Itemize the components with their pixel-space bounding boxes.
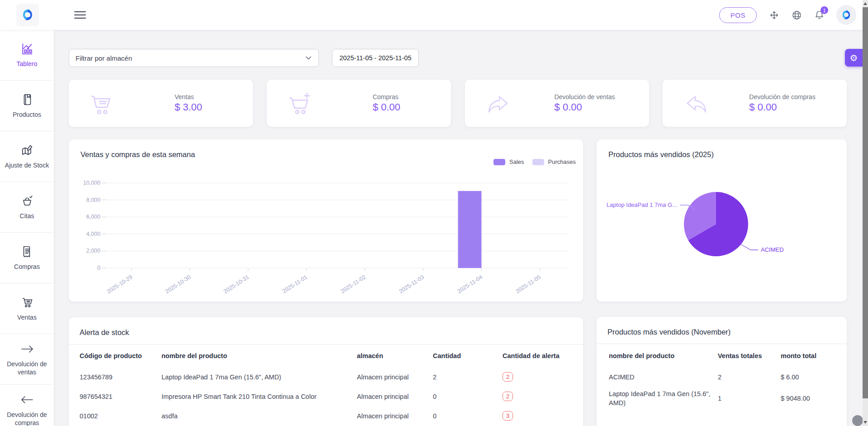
legend-swatch <box>493 159 505 165</box>
notifications-bell[interactable]: 1 <box>814 10 825 20</box>
column-header: Ventas totales <box>718 352 781 359</box>
language-globe-icon[interactable] <box>791 10 802 20</box>
chart-legend: SalesPurchases <box>493 158 576 165</box>
stat-value: $ 3.00 <box>175 101 202 113</box>
sidebar-item-label: Devolución de compras <box>0 411 54 426</box>
sidebar-item-tablero[interactable]: Tablero <box>0 30 54 81</box>
stock-alert-table: Código de productonombre del productoalm… <box>69 345 583 426</box>
app-logo[interactable] <box>16 4 39 26</box>
warehouse-filter-select[interactable]: Filtrar por almacén <box>69 49 319 67</box>
top-products-month-table: nombre del productoVentas totalesmonto t… <box>597 344 847 410</box>
top-products-month-card: Productos más vendidos (November) nombre… <box>597 317 847 426</box>
legend-swatch <box>532 159 544 165</box>
stat-card-compras: Compras$ 0.00 <box>267 80 451 127</box>
notification-count-badge: 1 <box>821 6 828 14</box>
svg-text:2025-10-31: 2025-10-31 <box>223 274 250 293</box>
legend-item-sales: Sales <box>493 158 524 165</box>
legend-label: Purchases <box>548 158 576 165</box>
stock-table-header: Código de productonombre del productoalm… <box>69 345 583 367</box>
receipt-icon <box>20 245 34 258</box>
top-products-pie-card: Productos más vendidos (2025) ACIMEDLapt… <box>597 139 847 302</box>
table-cell: Laptop IdeaPad 1 7ma Gen (15.6", AMD) <box>161 373 357 381</box>
sidebar-item-ventas[interactable]: Ventas <box>0 283 54 334</box>
stat-cart-plus-icon <box>279 91 322 116</box>
svg-text:0: 0 <box>97 265 100 271</box>
sidebar-item-label: Citas <box>16 212 38 220</box>
table-cell: 0 <box>433 393 503 400</box>
sidebar-item-devoluci-n-de-compras[interactable]: Devolución de compras <box>0 385 54 426</box>
top-header: POS 1 <box>0 0 868 30</box>
table-cell: Laptop IdeaPad 1 7ma Gen (15.6", AMD) <box>609 387 718 410</box>
date-range-value: 2025-11-05 - 2025-11-05 <box>339 54 411 62</box>
svg-text:2,000: 2,000 <box>86 248 100 254</box>
sidebar-item-label: Tablero <box>13 60 41 68</box>
table-cell: Almacen principal <box>357 373 433 381</box>
svg-text:2025-11-05: 2025-11-05 <box>515 274 542 293</box>
warehouse-filter-value: Filtrar por almacén <box>76 54 132 62</box>
stat-arrow-forward-icon <box>477 91 520 116</box>
table-cell: 01002 <box>80 412 161 420</box>
alert-quantity-badge: 3 <box>503 411 513 421</box>
svg-text:ACIMED: ACIMED <box>761 246 784 253</box>
column-header: Código de producto <box>80 352 161 359</box>
alert-quantity-badge: 2 <box>503 372 513 382</box>
svg-text:2025-11-01: 2025-11-01 <box>281 274 309 293</box>
sidebar-item-ajuste-de-stock[interactable]: Ajuste de Stock <box>0 131 54 182</box>
svg-text:4,000: 4,000 <box>86 231 100 237</box>
pos-button[interactable]: POS <box>719 7 757 23</box>
stat-card-devoluci-n-de-compras: Devolución de compras$ 0.00 <box>663 80 847 127</box>
weekly-chart-title: Ventas y compras de esta semana <box>81 150 571 159</box>
scrollbar-up-arrow[interactable] <box>863 2 867 5</box>
svg-text:2025-11-04: 2025-11-04 <box>456 274 484 293</box>
table-cell: 1 <box>718 392 781 406</box>
stat-label: Devolución de compras <box>749 93 815 101</box>
weekly-sales-chart-card: Ventas y compras de esta semana SalesPur… <box>69 139 583 302</box>
stat-cart-icon <box>81 91 124 116</box>
top-products-month-title: Productos más vendidos (November) <box>597 317 847 344</box>
cart-icon <box>20 296 34 309</box>
sidebar-item-compras[interactable]: Compras <box>0 233 54 283</box>
sidebar-item-citas[interactable]: Citas <box>0 182 54 233</box>
alert-quantity-badge: 2 <box>503 392 513 401</box>
sidebar-item-productos[interactable]: Productos <box>0 81 54 131</box>
table-cell: Almacen principal <box>357 412 433 420</box>
settings-button[interactable]: ⚙ <box>845 49 863 67</box>
sidebar-item-label: Ajuste de Stock <box>1 161 52 169</box>
legend-item-purchases: Purchases <box>532 158 576 165</box>
sidebar-nav: TableroProductosAjuste de StockCitasComp… <box>0 30 54 426</box>
weekly-bar-chart: 02,0004,0006,0008,00010,0002025-10-29202… <box>81 177 571 293</box>
stock-table-row: 01002asdfaAlmacen principal03 <box>69 406 583 426</box>
user-avatar[interactable] <box>836 5 856 25</box>
scrollbar-thumb[interactable] <box>863 7 868 398</box>
logo-icon <box>20 7 35 23</box>
column-header: Cantidad <box>433 352 503 359</box>
column-header: nombre del producto <box>161 352 357 359</box>
basket-check-icon <box>20 194 34 208</box>
table-cell: 2 <box>718 370 781 385</box>
table-cell: 123456789 <box>80 373 161 381</box>
sidebar-item-devoluci-n-de-ventas[interactable]: Devolución de ventas <box>0 334 54 385</box>
svg-text:Laptop IdeaPad 1 7ma G...: Laptop IdeaPad 1 7ma G... <box>607 201 677 208</box>
legend-label: Sales <box>509 158 524 165</box>
page-scrollbar <box>863 0 868 426</box>
fullscreen-move-icon[interactable] <box>768 10 779 20</box>
menu-toggle-button[interactable] <box>74 9 86 21</box>
column-header: almacén <box>357 352 433 359</box>
stat-label: Devolución de ventas <box>555 93 615 101</box>
stat-card-ventas: Ventas$ 3.00 <box>69 80 253 127</box>
top-products-table-row: ACIMED2$ 6.00 <box>597 368 847 387</box>
date-range-input[interactable]: 2025-11-05 - 2025-11-05 <box>332 49 419 67</box>
sidebar-item-label: Ventas <box>14 313 40 321</box>
table-cell: 2 <box>433 373 503 381</box>
svg-text:8,000: 8,000 <box>86 197 100 203</box>
sidebar-item-label: Devolución de ventas <box>0 360 54 376</box>
column-header: nombre del producto <box>609 352 718 359</box>
scroll-to-bottom-button[interactable] <box>852 415 863 426</box>
top-products-table-row: Laptop IdeaPad 1 7ma Gen (15.6", AMD)1$ … <box>597 387 847 410</box>
scrollbar-down-arrow[interactable] <box>863 421 867 424</box>
svg-text:10,000: 10,000 <box>83 180 100 186</box>
arrow-right-icon <box>19 342 35 356</box>
svg-text:2025-10-30: 2025-10-30 <box>164 274 192 293</box>
table-cell: Almacen principal <box>357 393 433 400</box>
column-header: monto total <box>781 352 836 359</box>
